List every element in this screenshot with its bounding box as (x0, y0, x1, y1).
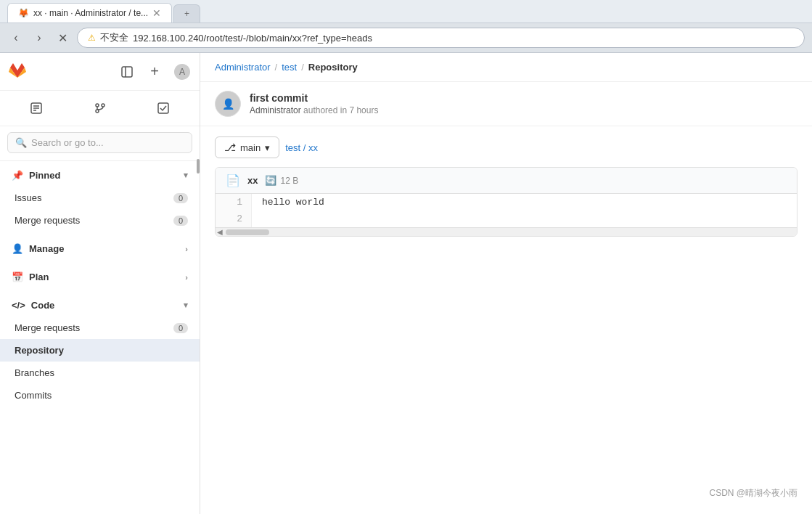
avatar-icon[interactable]: A (172, 62, 192, 82)
manage-header[interactable]: 👤 Manage › (0, 237, 200, 260)
url-text: 192.168.100.240/root/test/-/blob/main/xx… (133, 33, 372, 44)
line-code-2 (252, 211, 797, 227)
sidebar-item-repository[interactable]: Repository (0, 339, 200, 362)
tab-close-icon[interactable]: ✕ (152, 7, 161, 19)
search-box[interactable]: 🔍 Search or go to... (7, 132, 192, 153)
sidebar-item-commits[interactable]: Commits (0, 384, 200, 407)
manage-section: 👤 Manage › (0, 234, 200, 263)
sidebar-top: + A (0, 53, 200, 91)
sidebar-top-icons: + A (117, 62, 192, 82)
repository-label: Repository (15, 345, 64, 356)
commit-time: authored in 7 hours (303, 105, 378, 115)
horizontal-scrollbar[interactable]: ◀ (216, 227, 797, 236)
breadcrumb-current: Repository (308, 62, 358, 73)
manage-icon: 👤 (12, 243, 23, 254)
file-size-badge: 🔄 12 B (265, 175, 298, 186)
line-number-2: 2 (216, 211, 252, 227)
pinned-chevron-icon: ▾ (184, 171, 188, 180)
path-text: test / xx (285, 142, 318, 153)
svg-point-12 (102, 104, 104, 107)
file-content: 1 hello world 2 (216, 194, 797, 227)
branch-name: main (240, 142, 261, 153)
plan-chevron-icon: › (185, 273, 188, 282)
new-tab[interactable]: + (173, 4, 200, 23)
sidebar-item-code-merge-requests[interactable]: Merge requests 0 (0, 317, 200, 339)
code-icon: </> (12, 300, 25, 311)
watermark: CSDN @晴湖今夜小雨 (709, 487, 797, 499)
code-line-2: 2 (216, 211, 797, 227)
plan-label: Plan (29, 272, 49, 282)
line-code-1: hello world (252, 194, 797, 211)
plan-icon: 📅 (12, 272, 23, 282)
checklist-nav-icon[interactable] (134, 95, 192, 121)
branch-path: ⎇ main ▾ test / xx (215, 136, 797, 158)
issues-label: Issues (15, 192, 42, 203)
pinned-label: Pinned (29, 170, 60, 181)
new-tab-label: + (184, 9, 189, 19)
sidebar-nav-icons (0, 91, 200, 126)
code-chevron-icon: ▾ (184, 301, 188, 310)
url-bar[interactable]: ⚠ 不安全 192.168.100.240/root/test/-/blob/m… (77, 28, 805, 48)
file-section: ⎇ main ▾ test / xx 📄 xx 🔄 12 B (215, 136, 797, 237)
search-placeholder: Search or go to... (31, 137, 104, 148)
forward-button[interactable]: › (30, 29, 48, 46)
file-viewer: 📄 xx 🔄 12 B 1 hello world 2 (215, 167, 797, 237)
merge-requests-nav-icon[interactable] (71, 95, 129, 121)
file-type-icon: 📄 (226, 174, 240, 187)
avatar-initial: 👤 (222, 98, 234, 110)
commits-label: Commits (15, 390, 52, 401)
manage-label: Manage (29, 243, 64, 254)
commit-meta: Administrator authored in 7 hours (250, 105, 378, 115)
svg-point-11 (96, 104, 99, 107)
svg-rect-5 (122, 67, 132, 77)
svg-marker-0 (10, 63, 25, 78)
code-header[interactable]: </> Code ▾ (0, 294, 200, 317)
code-line-1: 1 hello world (216, 194, 797, 211)
scrollbar-thumb[interactable] (226, 229, 269, 235)
sidebar-item-merge-requests[interactable]: Merge requests 0 (0, 209, 200, 232)
new-item-icon[interactable]: + (144, 62, 165, 82)
pinned-header[interactable]: 📌 Pinned ▾ (0, 164, 200, 187)
close-button[interactable]: ✕ (54, 29, 71, 46)
line-number-1: 1 (216, 194, 252, 211)
app-layout: + A (0, 53, 812, 514)
commit-info: first commit Administrator authored in 7… (250, 92, 378, 115)
sidebar-toggle-icon[interactable] (117, 62, 137, 82)
browser-chrome: ‹ › ✕ ⚠ 不安全 192.168.100.240/root/test/-/… (0, 23, 812, 53)
path-display: test / xx (285, 142, 318, 153)
branch-icon: ⎇ (224, 142, 236, 153)
pinned-section: 📌 Pinned ▾ Issues 0 Merge requests 0 (0, 161, 200, 234)
branch-button[interactable]: ⎇ main ▾ (215, 136, 279, 158)
commit-author: Administrator (250, 105, 301, 115)
breadcrumb-administrator[interactable]: Administrator (215, 62, 271, 73)
breadcrumb-sep-1: / (275, 62, 278, 73)
tab-bar: 🦊 xx · main · Administrator / te... ✕ + (0, 0, 812, 23)
issues-nav-icon[interactable] (7, 95, 65, 121)
main-content: Administrator / test / Repository 👤 firs… (200, 53, 812, 514)
merge-requests-label: Merge requests (15, 215, 80, 226)
sidebar-item-issues[interactable]: Issues 0 (0, 187, 200, 209)
file-name: xx (247, 175, 258, 186)
tab-label: xx · main · Administrator / te... (33, 8, 148, 18)
manage-chevron-icon: › (185, 245, 188, 253)
code-merge-requests-badge: 0 (173, 323, 188, 333)
plan-section: 📅 Plan › (0, 263, 200, 291)
history-icon: 🔄 (265, 175, 276, 186)
active-tab[interactable]: 🦊 xx · main · Administrator / te... ✕ (7, 3, 172, 23)
code-section: </> Code ▾ Merge requests 0 Repository B… (0, 291, 200, 409)
code-label: Code (31, 300, 55, 311)
back-button[interactable]: ‹ (7, 29, 25, 46)
breadcrumb-test[interactable]: test (282, 62, 297, 73)
plan-header[interactable]: 📅 Plan › (0, 266, 200, 288)
svg-rect-15 (158, 103, 168, 113)
file-size: 12 B (280, 176, 298, 186)
breadcrumb-sep-2: / (301, 62, 304, 73)
branches-label: Branches (15, 367, 54, 378)
sidebar-item-branches[interactable]: Branches (0, 362, 200, 384)
breadcrumb: Administrator / test / Repository (200, 53, 812, 82)
commit-title: first commit (250, 92, 378, 104)
commit-bar: 👤 first commit Administrator authored in… (200, 82, 812, 126)
pin-icon: 📌 (12, 170, 23, 181)
security-warning-icon: ⚠ (88, 33, 96, 43)
gitlab-logo[interactable] (7, 60, 28, 83)
